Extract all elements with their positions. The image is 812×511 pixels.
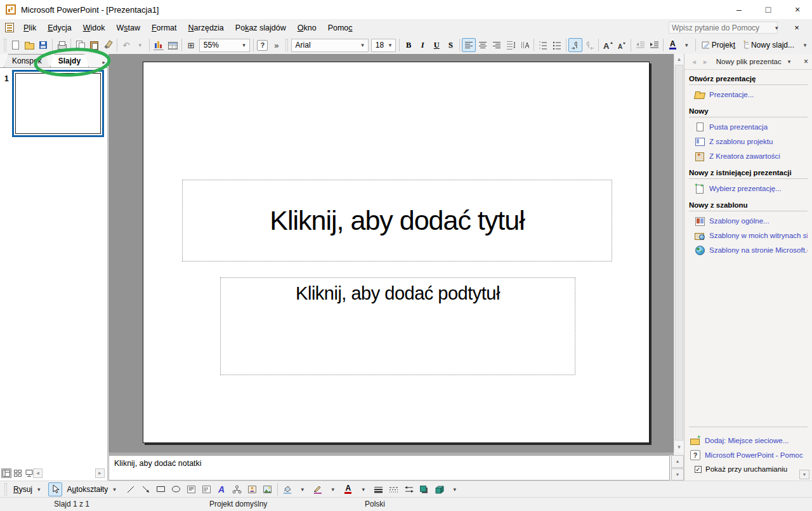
decrease-font-size-button[interactable]: A bbox=[615, 38, 629, 52]
toolbar-grip[interactable] bbox=[4, 39, 6, 51]
save-button[interactable] bbox=[36, 38, 50, 52]
autoshapes-menu-button[interactable]: Autokształty ▾ bbox=[63, 482, 122, 496]
align-center-button[interactable] bbox=[476, 38, 490, 52]
help-button[interactable]: ? bbox=[256, 38, 270, 52]
general-templates-link[interactable]: Szablony ogólne... bbox=[695, 216, 808, 226]
new-button[interactable] bbox=[8, 38, 22, 52]
choose-presentation-link[interactable]: Wybierz prezentację... bbox=[695, 183, 808, 194]
oval-tool-button[interactable] bbox=[169, 482, 183, 496]
wordart-button[interactable]: A bbox=[215, 482, 229, 496]
change-text-direction-button[interactable] bbox=[518, 38, 532, 52]
numbering-button[interactable] bbox=[536, 38, 550, 52]
paste-button[interactable] bbox=[87, 38, 101, 52]
menu-plik[interactable]: Plik bbox=[18, 21, 42, 35]
task-pane-dropdown-icon[interactable]: ▾ bbox=[785, 58, 794, 65]
new-slide-button[interactable]: Nowy slajd... bbox=[739, 38, 798, 52]
vertical-scrollbar[interactable]: ▲ ▼ bbox=[674, 54, 684, 453]
format-painter-button[interactable] bbox=[101, 38, 115, 52]
open-button[interactable] bbox=[22, 38, 36, 52]
scroll-right-icon[interactable]: ► bbox=[95, 468, 105, 478]
more-buttons[interactable]: » bbox=[270, 38, 284, 52]
toolbar-options[interactable]: ▾ bbox=[798, 38, 812, 52]
draw-font-color-dropdown[interactable]: ▾ bbox=[357, 482, 370, 496]
scrollbar-thumb[interactable] bbox=[675, 65, 683, 441]
rtl-paragraph-button[interactable] bbox=[582, 38, 596, 52]
line-color-dropdown[interactable]: ▾ bbox=[326, 482, 340, 496]
design-button[interactable]: Projekt bbox=[698, 38, 739, 52]
threed-style-button[interactable] bbox=[433, 482, 447, 496]
tab-more-icon[interactable]: ▸ bbox=[102, 59, 105, 67]
underline-button[interactable]: U bbox=[429, 38, 443, 52]
menu-narzedzia[interactable]: Narzędzia bbox=[183, 21, 230, 35]
dash-style-button[interactable] bbox=[387, 482, 401, 496]
normal-view-button[interactable] bbox=[1, 468, 11, 478]
close-presentation-icon[interactable]: × bbox=[790, 21, 803, 34]
powerpoint-help-link[interactable]: ? Microsoft PowerPoint - Pomoc bbox=[690, 450, 808, 460]
ltr-paragraph-button[interactable] bbox=[568, 38, 582, 52]
italic-button[interactable]: I bbox=[416, 38, 429, 52]
drawbar-options[interactable]: ▾ bbox=[448, 482, 462, 496]
line-spacing-button[interactable] bbox=[504, 38, 518, 52]
scroll-down-icon[interactable]: ▼ bbox=[674, 442, 684, 452]
templates-on-microsoft-com-link[interactable]: Szablony na stronie Microsoft.com bbox=[695, 245, 808, 255]
design-name[interactable]: Projekt domyślny bbox=[209, 500, 267, 508]
task-pane-close-icon[interactable]: × bbox=[804, 57, 808, 66]
subtitle-placeholder[interactable]: Kliknij, aby dodać podtytuł bbox=[220, 277, 575, 375]
forward-icon[interactable]: ► bbox=[702, 58, 709, 65]
templates-on-my-websites-link[interactable]: Szablony w moich witrynach sieci W bbox=[695, 230, 808, 241]
increase-font-size-button[interactable]: A bbox=[601, 38, 615, 52]
scroll-up-icon[interactable]: ▲ bbox=[674, 55, 684, 64]
help-search-input[interactable] bbox=[669, 23, 773, 32]
bold-button[interactable]: B bbox=[402, 38, 416, 52]
menu-wstaw[interactable]: Wstaw bbox=[110, 21, 146, 35]
slide-canvas[interactable]: Kliknij, aby dodać tytuł Kliknij, aby do… bbox=[143, 62, 650, 443]
menu-okno[interactable]: Okno bbox=[292, 21, 322, 35]
vertical-text-box-button[interactable] bbox=[200, 482, 214, 496]
line-color-button[interactable] bbox=[311, 482, 325, 496]
text-shadow-button[interactable]: S bbox=[443, 38, 457, 52]
undo-dropdown[interactable]: ▾ bbox=[133, 38, 147, 52]
language-indicator[interactable]: Polski bbox=[365, 500, 385, 508]
close-button[interactable]: × bbox=[783, 0, 812, 19]
font-size-combo[interactable]: 18 ▾ bbox=[371, 39, 396, 52]
slide-thumbnail[interactable] bbox=[12, 70, 104, 137]
increase-indent-button[interactable] bbox=[647, 38, 661, 52]
zoom-combo[interactable]: 55% ▾ bbox=[199, 39, 250, 52]
insert-table-button[interactable] bbox=[166, 38, 180, 52]
insert-chart-button[interactable] bbox=[152, 38, 166, 52]
notes-pane[interactable]: Kliknij, aby dodać notatki bbox=[108, 455, 670, 481]
menu-pokaz-slajdow[interactable]: Pokaz slajdów bbox=[230, 21, 292, 35]
minimize-button[interactable]: – bbox=[724, 0, 754, 19]
align-right-button[interactable] bbox=[490, 38, 504, 52]
fill-color-button[interactable] bbox=[280, 482, 294, 496]
back-icon[interactable]: ◄ bbox=[691, 58, 697, 65]
font-color-dropdown[interactable]: ▾ bbox=[679, 38, 693, 52]
next-slide-icon[interactable]: ▼ bbox=[671, 468, 684, 481]
insert-picture-button[interactable] bbox=[261, 482, 275, 496]
maximize-button[interactable]: □ bbox=[754, 0, 783, 19]
arrow-style-button[interactable] bbox=[402, 482, 416, 496]
task-pane-scroll-down-icon[interactable]: ▼ bbox=[799, 470, 809, 479]
checkbox-checked-icon[interactable]: ✓ bbox=[695, 466, 702, 473]
menu-format[interactable]: Format bbox=[146, 21, 183, 35]
draw-font-color-button[interactable]: A bbox=[341, 482, 355, 496]
insert-diagram-button[interactable] bbox=[230, 482, 244, 496]
copy-button[interactable] bbox=[73, 38, 87, 52]
from-content-wizard-link[interactable]: Z Kreatora zawartości bbox=[695, 151, 808, 161]
align-left-button[interactable] bbox=[462, 38, 476, 52]
undo-button[interactable]: ↶ bbox=[119, 38, 133, 52]
shadow-style-button[interactable] bbox=[417, 482, 431, 496]
print-button[interactable] bbox=[55, 38, 69, 52]
slide-sorter-view-button[interactable] bbox=[13, 468, 23, 478]
line-tool-button[interactable] bbox=[124, 482, 138, 496]
draw-menu-button[interactable]: Rysuj ▾ bbox=[10, 482, 47, 496]
menu-pomoc[interactable]: Pomoc bbox=[322, 21, 358, 35]
arrow-tool-button[interactable] bbox=[139, 482, 153, 496]
bullets-button[interactable] bbox=[550, 38, 564, 52]
add-network-place-link[interactable]: Dodaj: Miejsce sieciowe... bbox=[690, 435, 808, 446]
toolbar-grip[interactable] bbox=[4, 483, 7, 496]
blank-presentation-link[interactable]: Pusta prezentacja bbox=[695, 122, 808, 132]
fill-color-dropdown[interactable]: ▾ bbox=[296, 482, 310, 496]
insert-clipart-button[interactable] bbox=[246, 482, 259, 496]
select-objects-button[interactable] bbox=[48, 482, 62, 496]
